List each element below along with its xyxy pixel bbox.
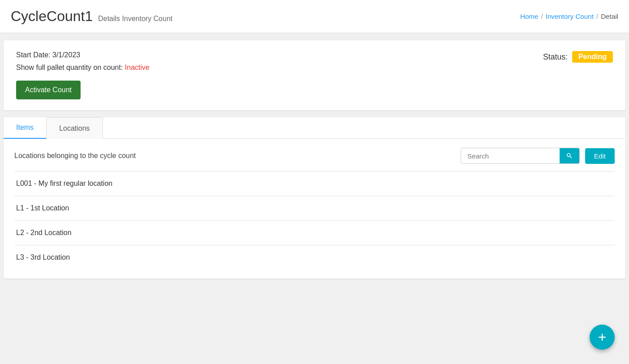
info-card: Start Date: 3/1/2023 Show full pallet qu… — [4, 40, 625, 110]
status-badge: Pending — [572, 51, 613, 63]
breadcrumb-sep-2: / — [596, 13, 598, 20]
list-item: L001 - My first regular location — [14, 171, 615, 196]
list-item: L2 - 2nd Location — [14, 221, 615, 245]
locations-description: Locations belonging to the cycle count — [14, 152, 136, 160]
tabs-card: Items Locations Locations belonging to t… — [4, 117, 625, 278]
tab-items[interactable]: Items — [4, 117, 46, 139]
location-list: L001 - My first regular locationL1 - 1st… — [14, 171, 615, 270]
list-item: L1 - 1st Location — [14, 196, 615, 221]
pallet-label: Show full pallet quantity on count: — [16, 64, 123, 71]
header-left: CycleCount1 Details Inventory Count — [11, 8, 173, 25]
search-edit-area: Edit — [461, 148, 615, 164]
tab-toolbar: Locations belonging to the cycle count E… — [14, 148, 615, 164]
search-input[interactable] — [461, 149, 560, 163]
tabs-header: Items Locations — [4, 117, 625, 139]
pallet-status: Inactive — [125, 64, 150, 71]
search-button[interactable] — [560, 148, 579, 163]
tab-content: Locations belonging to the cycle count E… — [4, 139, 625, 278]
page-title-main: CycleCount1 — [11, 8, 93, 25]
status-label: Status: — [543, 52, 568, 62]
breadcrumb-inventory-count[interactable]: Inventory Count — [546, 13, 594, 20]
activate-count-button[interactable]: Activate Count — [16, 81, 81, 99]
breadcrumb-detail: Detail — [601, 13, 618, 20]
breadcrumb-home[interactable]: Home — [520, 13, 539, 20]
breadcrumb-sep-1: / — [541, 13, 543, 20]
fab-icon: + — [598, 329, 607, 346]
page-title-sub: Details Inventory Count — [98, 15, 172, 23]
search-icon — [566, 152, 573, 159]
start-date: Start Date: 3/1/2023 — [16, 51, 150, 59]
status-area: Status: Pending — [543, 51, 613, 63]
search-wrapper — [461, 148, 580, 164]
add-fab-button[interactable]: + — [590, 325, 615, 350]
page-header: CycleCount1 Details Inventory Count Home… — [0, 0, 629, 33]
pallet-info: Show full pallet quantity on count: Inac… — [16, 64, 150, 72]
breadcrumb: Home / Inventory Count / Detail — [520, 13, 618, 20]
info-row: Start Date: 3/1/2023 Show full pallet qu… — [16, 51, 613, 99]
tab-locations[interactable]: Locations — [46, 117, 103, 139]
list-item: L3 - 3rd Location — [14, 245, 615, 270]
info-left: Start Date: 3/1/2023 Show full pallet qu… — [16, 51, 150, 99]
edit-button[interactable]: Edit — [585, 148, 615, 164]
